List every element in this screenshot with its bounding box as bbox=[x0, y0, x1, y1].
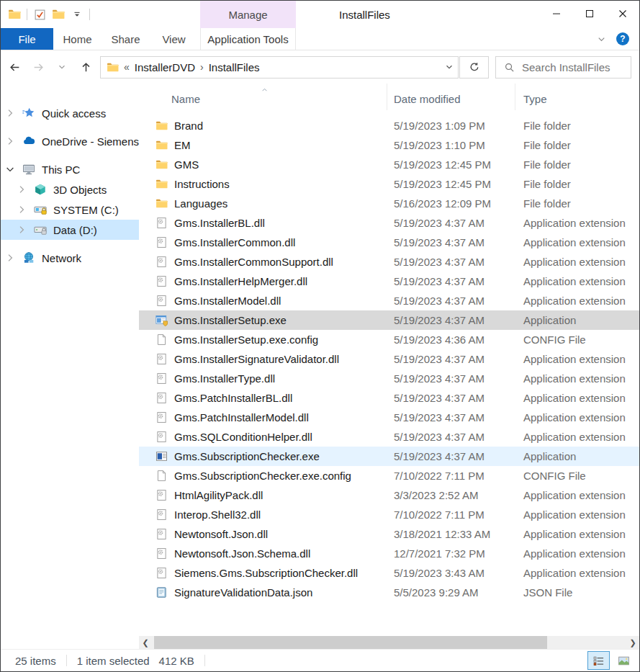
tab-file[interactable]: File bbox=[1, 28, 53, 50]
chevron-right-icon[interactable] bbox=[16, 204, 27, 215]
file-row[interactable]: Gms.SubscriptionChecker.exe5/19/2023 4:3… bbox=[139, 447, 639, 466]
file-row[interactable]: Gms.InstallerSetup.exe.config5/19/2023 4… bbox=[139, 330, 639, 349]
sidebar-item-this-pc[interactable]: This PC bbox=[1, 159, 139, 179]
objects3d-icon bbox=[34, 183, 47, 196]
recent-locations-dropdown-icon[interactable] bbox=[53, 58, 71, 76]
close-button[interactable] bbox=[606, 1, 639, 27]
file-row[interactable]: Siemens.Gms.SubscriptionChecker.dll5/19/… bbox=[139, 563, 639, 583]
forward-button[interactable] bbox=[30, 58, 48, 76]
file-row[interactable]: Gms.InstallerCommonSupport.dll5/19/2023 … bbox=[139, 252, 639, 272]
horizontal-scrollbar[interactable]: ❮ ❯ bbox=[139, 636, 639, 649]
file-date: 5/19/2023 4:37 AM bbox=[387, 295, 515, 307]
file-row[interactable]: Gms.InstallerType.dll5/19/2023 4:37 AMAp… bbox=[139, 369, 639, 388]
file-row[interactable]: Languages5/16/2023 12:09 PMFile folder bbox=[139, 194, 639, 213]
chevron-right-icon[interactable] bbox=[16, 224, 27, 236]
file-date: 3/3/2023 2:52 AM bbox=[387, 489, 515, 501]
file-row[interactable]: HtmlAgilityPack.dll3/3/2023 2:52 AMAppli… bbox=[139, 485, 639, 505]
file-row[interactable]: Gms.SubscriptionChecker.exe.config7/10/2… bbox=[139, 466, 639, 485]
file-name: Gms.InstallerType.dll bbox=[174, 372, 275, 385]
up-button[interactable] bbox=[76, 58, 95, 76]
dll-icon bbox=[156, 372, 168, 385]
file-row[interactable]: EM5/19/2023 1:10 PMFile folder bbox=[139, 135, 639, 155]
chevron-down-icon[interactable] bbox=[4, 163, 16, 175]
column-header-type[interactable]: Type bbox=[515, 84, 639, 110]
tab-home[interactable]: Home bbox=[53, 28, 102, 50]
column-header-date-modified[interactable]: Date modified bbox=[387, 84, 515, 110]
tab-share[interactable]: Share bbox=[102, 28, 150, 50]
file-row[interactable]: Gms.SQLConditionHelper.dll5/19/2023 4:37… bbox=[139, 427, 639, 447]
minimize-button[interactable] bbox=[540, 1, 573, 27]
file-row[interactable]: Gms.InstallerCommon.dll5/19/2023 4:37 AM… bbox=[139, 233, 639, 252]
drive-data-icon bbox=[34, 223, 47, 236]
file-row[interactable]: Gms.PatchInstallerBL.dll5/19/2023 4:37 A… bbox=[139, 388, 639, 408]
file-type: Application extension bbox=[515, 372, 639, 385]
network-icon bbox=[22, 251, 35, 264]
dll-icon bbox=[156, 275, 168, 287]
sidebar-item-quick-access[interactable]: Quick access bbox=[1, 103, 139, 123]
file-row[interactable]: Gms.InstallerBL.dll5/19/2023 4:37 AMAppl… bbox=[139, 213, 639, 233]
chevron-right-icon[interactable] bbox=[4, 135, 16, 147]
search-placeholder: Search InstallFiles bbox=[522, 61, 610, 73]
sidebar-item-network[interactable]: Network bbox=[1, 248, 139, 268]
title-bar: Manage InstallFiles bbox=[1, 1, 639, 28]
file-row[interactable]: Gms.InstallerSetup.exe5/19/2023 4:37 AMA… bbox=[139, 310, 639, 330]
thumbnails-view-button[interactable] bbox=[613, 652, 634, 669]
scrollbar-thumb[interactable] bbox=[154, 636, 547, 649]
file-name: Instructions bbox=[174, 178, 230, 190]
file-row[interactable]: Newtonsoft.Json.dll3/18/2021 12:33 AMApp… bbox=[139, 524, 639, 544]
file-row[interactable]: Gms.PatchInstallerModel.dll5/19/2023 4:3… bbox=[139, 408, 639, 427]
back-button[interactable] bbox=[6, 58, 24, 76]
column-header-name[interactable]: Name bbox=[139, 84, 387, 110]
search-input[interactable]: Search InstallFiles bbox=[495, 56, 631, 79]
navigation-buttons bbox=[1, 58, 100, 76]
customize-qat-dropdown-icon[interactable] bbox=[71, 8, 84, 21]
file-name: Gms.InstallerHelpMerger.dll bbox=[174, 275, 307, 287]
breadcrumb-segment[interactable]: InstallerDVD bbox=[135, 61, 195, 73]
exewindow-icon bbox=[156, 450, 168, 462]
refresh-button[interactable] bbox=[459, 56, 489, 79]
file-date: 5/19/2023 4:37 AM bbox=[387, 314, 515, 326]
new-folder-button[interactable] bbox=[52, 8, 65, 21]
details-view-button[interactable] bbox=[587, 651, 610, 670]
maximize-button[interactable] bbox=[573, 1, 606, 27]
file-row[interactable]: Newtonsoft.Json.Schema.dll12/7/2021 7:32… bbox=[139, 544, 639, 563]
address-truncation[interactable]: « bbox=[124, 61, 130, 73]
collapse-ribbon-icon[interactable] bbox=[596, 34, 607, 45]
chevron-right-icon[interactable] bbox=[16, 184, 27, 195]
address-bar[interactable]: « InstallerDVD › InstallFiles bbox=[100, 56, 459, 79]
sidebar-item-3d-objects[interactable]: 3D Objects bbox=[1, 179, 139, 200]
scroll-left-icon[interactable]: ❮ bbox=[139, 636, 152, 649]
file-row[interactable]: Interop.Shell32.dll7/10/2022 7:11 PMAppl… bbox=[139, 505, 639, 524]
file-row[interactable]: Gms.InstallerModel.dll5/19/2023 4:37 AMA… bbox=[139, 291, 639, 310]
properties-button[interactable] bbox=[33, 8, 46, 21]
selection-count: 1 item selected bbox=[77, 655, 150, 667]
file-row[interactable]: Gms.InstallerHelpMerger.dll5/19/2023 4:3… bbox=[139, 272, 639, 291]
scroll-right-icon[interactable]: ❯ bbox=[626, 636, 639, 649]
file-name: Brand bbox=[174, 120, 203, 132]
file-row[interactable]: SignatureValidationData.json5/5/2023 9:2… bbox=[139, 583, 639, 602]
folder-icon bbox=[156, 139, 168, 151]
sidebar-item-system-c[interactable]: SYSTEM (C:) bbox=[1, 200, 139, 220]
breadcrumb-segment[interactable]: InstallFiles bbox=[209, 61, 260, 73]
file-row[interactable]: GMS5/19/2023 12:45 PMFile folder bbox=[139, 155, 639, 174]
chevron-right-icon[interactable] bbox=[4, 107, 16, 119]
manage-contextual-label[interactable]: Manage bbox=[200, 1, 296, 28]
file-date: 3/18/2021 12:33 AM bbox=[387, 528, 515, 540]
chevron-right-icon[interactable] bbox=[4, 252, 16, 264]
dll-icon bbox=[156, 431, 168, 443]
file-row[interactable]: Instructions5/19/2023 12:45 PMFile folde… bbox=[139, 174, 639, 194]
file-row[interactable]: Gms.InstallerSignatureValidator.dll5/19/… bbox=[139, 349, 639, 369]
breadcrumb-separator[interactable]: › bbox=[200, 61, 204, 73]
tab-view[interactable]: View bbox=[150, 28, 198, 50]
file-name: Gms.SubscriptionChecker.exe.config bbox=[174, 470, 351, 482]
file-date: 5/19/2023 4:37 AM bbox=[387, 431, 515, 443]
file-type: Application extension bbox=[515, 217, 639, 229]
file-date: 5/19/2023 4:37 AM bbox=[387, 450, 515, 462]
file-type: File folder bbox=[515, 120, 639, 132]
tab-application-tools[interactable]: Application Tools bbox=[200, 28, 296, 50]
address-dropdown-icon[interactable] bbox=[441, 57, 458, 78]
help-icon[interactable]: ? bbox=[616, 32, 629, 45]
sidebar-item-data-d[interactable]: Data (D:) bbox=[1, 220, 139, 240]
file-row[interactable]: Brand5/19/2023 1:09 PMFile folder bbox=[139, 116, 639, 135]
sidebar-item-onedrive-siemens[interactable]: OneDrive - Siemens bbox=[1, 131, 139, 151]
